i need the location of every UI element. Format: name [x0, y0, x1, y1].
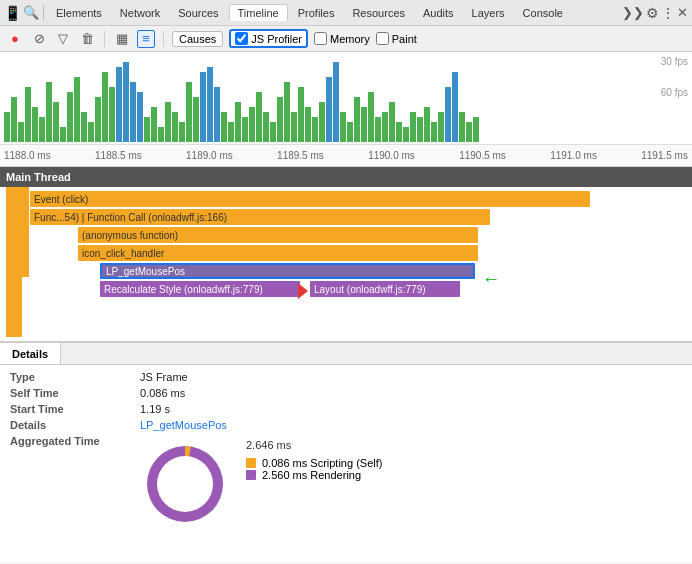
aggregated-total: 2.646 ms [246, 439, 382, 451]
bar [172, 112, 178, 142]
bar [403, 127, 409, 142]
flame-block-event-click[interactable]: Event (click) [30, 191, 590, 207]
bar [263, 112, 269, 142]
bar-chart-icon[interactable]: ▦ [113, 30, 131, 48]
settings-icon[interactable]: ⚙ [646, 5, 659, 21]
flame-chart[interactable]: Event (click) Func...54) | Function Call… [0, 187, 692, 342]
tab-resources[interactable]: Resources [344, 5, 413, 21]
bar [158, 127, 164, 142]
separator2 [163, 31, 164, 47]
flame-block-anon[interactable]: (anonymous function) [78, 227, 478, 243]
main-thread-header: Main Thread [0, 167, 692, 187]
bar [109, 87, 115, 142]
details-tab-bar: Details [0, 343, 692, 365]
clear-button[interactable]: 🗑 [78, 30, 96, 48]
bar [39, 117, 45, 142]
details-field-label: Details [10, 419, 140, 431]
flame-block-recalculate[interactable]: Recalculate Style (onloadwff.js:779) [100, 281, 300, 297]
bar [151, 107, 157, 142]
tab-elements[interactable]: Elements [48, 5, 110, 21]
bar [25, 87, 31, 142]
bar [417, 117, 423, 142]
bar [340, 112, 346, 142]
ruler-label-5: 1190.5 ms [459, 150, 506, 161]
bar [389, 102, 395, 142]
flame-label-2: (anonymous function) [82, 230, 178, 241]
bar [305, 107, 311, 142]
bar [242, 117, 248, 142]
ruler-label-6: 1191.0 ms [550, 150, 597, 161]
bar [312, 117, 318, 142]
bar-selected [130, 82, 136, 142]
tab-layers[interactable]: Layers [464, 5, 513, 21]
mobile-icon[interactable]: 📱 [4, 5, 21, 21]
flame-block-layout[interactable]: Layout (onloadwff.js:779) [310, 281, 460, 297]
bar [473, 117, 479, 142]
tab-details[interactable]: Details [0, 343, 61, 364]
bar [270, 122, 276, 142]
bar [382, 112, 388, 142]
tab-audits[interactable]: Audits [415, 5, 462, 21]
causes-button[interactable]: Causes [172, 31, 223, 47]
bar [165, 102, 171, 142]
bar-chart[interactable] [0, 52, 680, 142]
record-button[interactable]: ● [6, 30, 24, 48]
start-time-label: Start Time [10, 403, 140, 415]
bar [375, 117, 381, 142]
divider [43, 5, 44, 21]
details-link[interactable]: LP_getMousePos [140, 419, 227, 431]
pie-chart [140, 439, 230, 529]
bar [249, 107, 255, 142]
filter-button[interactable]: ▽ [54, 30, 72, 48]
bar-selected [452, 72, 458, 142]
paint-label: Paint [392, 33, 417, 45]
tab-console[interactable]: Console [515, 5, 571, 21]
js-profiler-checkbox-label[interactable]: JS Profiler [229, 29, 308, 48]
bar [18, 122, 24, 142]
paint-checkbox-label[interactable]: Paint [376, 32, 417, 45]
bar [459, 112, 465, 142]
flame-label-0: Event (click) [34, 194, 88, 205]
bar [319, 102, 325, 142]
flame-label-4: LP_getMousePos [106, 266, 185, 277]
bar [438, 112, 444, 142]
paint-checkbox[interactable] [376, 32, 389, 45]
ruler-label-2: 1189.0 ms [186, 150, 233, 161]
flame-block-lp-get-mouse[interactable]: LP_getMousePos [100, 263, 475, 279]
timeline-ruler: 1188.0 ms 1188.5 ms 1189.0 ms 1189.5 ms … [0, 144, 692, 166]
bar [46, 82, 52, 142]
memory-checkbox[interactable] [314, 32, 327, 45]
bar [368, 92, 374, 142]
tab-profiles[interactable]: Profiles [290, 5, 343, 21]
bar [298, 87, 304, 142]
more-icon[interactable]: ⋮ [661, 5, 675, 21]
bar [53, 102, 59, 142]
inspect-icon[interactable]: 🔍 [23, 5, 39, 20]
bar [88, 122, 94, 142]
rendering-legend-label: 2.560 ms Rendering [262, 469, 361, 481]
flame-block-icon-click[interactable]: icon_click_handler [78, 245, 478, 261]
tab-sources[interactable]: Sources [170, 5, 226, 21]
flame-block-function-call[interactable]: Func...54) | Function Call (onloadwff.js… [30, 209, 490, 225]
main-thread-label: Main Thread [6, 171, 71, 183]
bar [11, 97, 17, 142]
bar-selected [116, 67, 122, 142]
list-icon[interactable]: ≡ [137, 30, 155, 48]
stop-button[interactable]: ⊘ [30, 30, 48, 48]
ruler-labels: 1188.0 ms 1188.5 ms 1189.0 ms 1189.5 ms … [4, 150, 688, 161]
tab-network[interactable]: Network [112, 5, 168, 21]
bar [354, 97, 360, 142]
bar [221, 112, 227, 142]
js-profiler-label: JS Profiler [251, 33, 302, 45]
bar [235, 102, 241, 142]
memory-checkbox-label[interactable]: Memory [314, 32, 370, 45]
details-content: Type JS Frame Self Time 0.086 ms Start T… [0, 365, 692, 539]
aggregated-label: Aggregated Time [10, 435, 140, 447]
tab-timeline[interactable]: Timeline [229, 4, 288, 21]
bar [95, 97, 101, 142]
bar [186, 82, 192, 142]
scripting-legend-label: 0.086 ms Scripting (Self) [262, 457, 382, 469]
js-profiler-checkbox[interactable] [235, 32, 248, 45]
close-icon[interactable]: ✕ [677, 5, 688, 20]
js-icon[interactable]: ❯❯ [622, 5, 644, 20]
